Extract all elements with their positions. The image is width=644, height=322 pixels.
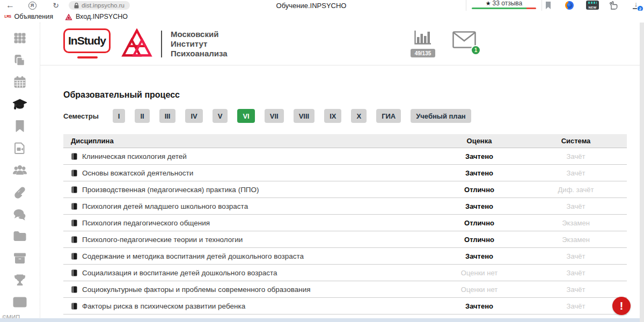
table-row[interactable]: Клиническая психология детей Зачтено Зач… xyxy=(63,148,627,165)
sidebar-item-video[interactable] xyxy=(12,141,27,155)
table-row[interactable]: Психолого-педагогические теории и технол… xyxy=(63,231,627,248)
sidebar-item-messages[interactable] xyxy=(12,207,27,221)
discipline-name: Факторы риска в психическом развитии реб… xyxy=(82,302,245,310)
sidebar-item-schedule[interactable] xyxy=(12,75,27,89)
new-badge-label: NEW xyxy=(586,6,599,9)
semester-button[interactable]: Учебный план xyxy=(411,109,471,123)
sidebar-item-archive[interactable] xyxy=(12,251,27,265)
star-icon: ★ xyxy=(486,0,491,6)
table-row[interactable]: Содержание и методика воспитания детей д… xyxy=(63,248,627,265)
page-title: Образовательный процесс xyxy=(63,90,640,100)
semester-button[interactable]: V xyxy=(213,109,228,123)
table-row[interactable]: Социокультурные факторы и проблемы совре… xyxy=(63,281,627,298)
discipline-name: Психология детей младшего школьного возр… xyxy=(82,202,248,210)
graduation-cap-icon xyxy=(12,98,27,111)
sidebar-item-documents[interactable] xyxy=(12,53,27,67)
table-header-row: Дисциплина Оценка Система xyxy=(63,134,627,148)
mip-logo-icon xyxy=(121,28,152,60)
semester-selector: Семестры IIIIIIIVVVIVIIVIIIIXXГИАУчебный… xyxy=(63,109,640,123)
sidebar-item-files[interactable] xyxy=(12,229,27,243)
lms-logo-icon: LMS xyxy=(4,14,11,19)
grade-value: Оценки нет xyxy=(461,286,497,294)
progress-widget[interactable]: 49/135 xyxy=(411,28,435,57)
sidebar-item-payments[interactable] xyxy=(12,295,27,309)
semester-button[interactable]: VI xyxy=(237,109,254,123)
back-icon[interactable]: ← xyxy=(4,0,16,11)
book-icon xyxy=(71,186,78,193)
semester-button[interactable]: ГИА xyxy=(376,109,401,123)
book-icon xyxy=(71,153,78,160)
grade-value: Оценки нет xyxy=(461,269,497,277)
semester-button[interactable]: III xyxy=(159,109,176,123)
table-row[interactable]: Факторы риска в психическом развитии реб… xyxy=(63,298,627,314)
table-row[interactable]: Основы вожатской деятельности Зачтено За… xyxy=(63,165,627,181)
table-row[interactable]: Психология детей младшего школьного возр… xyxy=(63,198,627,215)
table-row[interactable]: Производственная (педагогическая) практи… xyxy=(63,181,627,198)
sidebar-item-groups[interactable] xyxy=(12,163,27,177)
semester-button[interactable]: II xyxy=(135,109,149,123)
archive-icon xyxy=(13,252,26,264)
extension-new-icon[interactable]: NEW xyxy=(586,1,599,10)
book-icon xyxy=(71,286,78,293)
semester-button[interactable]: VIII xyxy=(294,109,315,123)
gesture-hand-icon[interactable] xyxy=(609,1,618,12)
column-header-system: Система xyxy=(525,137,627,145)
main-area: InStudy Московский Институт Психоанализа xyxy=(40,23,640,322)
bookmark-item-announcements[interactable]: LMS Объявления xyxy=(4,13,53,20)
grade-value: Отлично xyxy=(464,219,494,227)
semester-button[interactable]: IX xyxy=(324,109,341,123)
sidebar-item-education[interactable] xyxy=(12,97,27,111)
system-value: Экзамен xyxy=(562,219,590,227)
lock-icon xyxy=(74,3,79,9)
semester-button[interactable]: X xyxy=(351,109,367,123)
instudy-logo-text: InStudy xyxy=(68,34,106,47)
discipline-name: Социокультурные факторы и проблемы совре… xyxy=(82,286,310,294)
grade-value: Зачтено xyxy=(465,252,493,260)
book-icon xyxy=(71,253,78,260)
downloads-icon[interactable]: ↓ 2 xyxy=(631,1,641,10)
sidebar-item-dashboard[interactable] xyxy=(12,31,27,45)
system-value: Зачёт xyxy=(567,169,586,177)
page-scrollbar[interactable] xyxy=(640,23,644,322)
users-icon xyxy=(12,164,27,177)
yandex-icon[interactable]: Я xyxy=(27,0,38,11)
grade-value: Зачтено xyxy=(465,302,493,310)
institute-name: Московский Институт Психоанализа xyxy=(171,30,228,58)
discipline-name: Социализация и воспитание детей дошкольн… xyxy=(82,269,277,277)
table-body: Клиническая психология детей Зачтено Зач… xyxy=(63,148,627,314)
sidebar-item-achievements[interactable] xyxy=(12,273,27,287)
reviews-count: 33 отзыва xyxy=(493,0,523,7)
browser-protect-icon[interactable] xyxy=(565,1,574,10)
book-icon xyxy=(71,236,78,243)
grid-icon xyxy=(13,32,26,45)
system-value: Зачёт xyxy=(567,286,586,294)
discipline-name: Клиническая психология детей xyxy=(82,152,187,160)
semester-button[interactable]: I xyxy=(113,109,126,123)
chat-icon xyxy=(13,208,27,221)
refresh-icon[interactable]: ↻ xyxy=(50,0,61,11)
address-bar[interactable]: dist.inpsycho.ru xyxy=(69,1,130,10)
instudy-logo[interactable]: InStudy xyxy=(63,28,111,60)
system-value: Зачёт xyxy=(567,152,586,160)
table-row[interactable]: Психология педагогического общения Отлич… xyxy=(63,215,627,231)
semester-button[interactable]: IV xyxy=(185,109,202,123)
bookmark-flag-icon[interactable] xyxy=(545,2,551,11)
table-row[interactable]: Социализация и воспитание детей дошкольн… xyxy=(63,265,627,281)
progress-count-badge: 49/135 xyxy=(411,49,435,57)
documents-icon xyxy=(13,54,26,67)
page-content: ©МИП InStudy Московский Институт Психоан… xyxy=(0,23,640,322)
bottom-strip xyxy=(0,318,640,322)
mail-widget[interactable]: 1 xyxy=(452,31,476,50)
system-value: Зачёт xyxy=(567,302,586,310)
reviews-widget[interactable]: ★33 отзыва xyxy=(466,0,542,11)
url-text: dist.inpsycho.ru xyxy=(82,2,125,9)
bookmark-item-login[interactable]: Вход.INPSYCHO xyxy=(65,13,128,20)
alert-notification-button[interactable]: ! xyxy=(612,297,631,315)
sidebar-item-attachments[interactable] xyxy=(12,185,27,199)
grade-value: Зачтено xyxy=(465,202,493,210)
semester-button[interactable]: VII xyxy=(265,109,284,123)
trophy-icon xyxy=(13,274,26,287)
system-value: Зачёт xyxy=(567,269,586,277)
sidebar: ©МИП xyxy=(0,23,40,322)
sidebar-item-bookmarks[interactable] xyxy=(12,119,27,133)
